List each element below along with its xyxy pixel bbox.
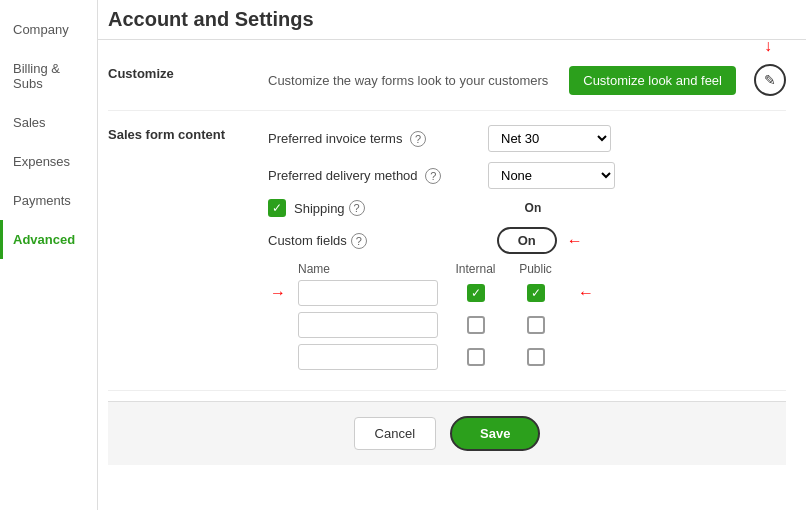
field-internal-checkbox-3[interactable] — [467, 348, 485, 366]
sidebar-item-billing[interactable]: Billing & Subs — [0, 49, 97, 103]
sidebar: Company Billing & Subs Sales Expenses Pa… — [0, 0, 98, 510]
field-public-checkbox-2[interactable] — [527, 316, 545, 334]
field-name-input-2[interactable] — [298, 312, 438, 338]
customize-label: Customize — [108, 64, 268, 81]
field-internal-3 — [448, 348, 503, 366]
edit-icon-button[interactable]: ✎ ↓ — [754, 64, 786, 96]
shipping-on-label: On — [525, 201, 542, 215]
public-column-header: Public — [513, 262, 558, 276]
custom-fields-label: Custom fields — [268, 233, 347, 248]
shipping-label: Shipping — [294, 201, 345, 216]
shipping-checkmark: ✓ — [272, 202, 282, 214]
table-row: → ✓ ✓ — [298, 280, 786, 306]
custom-fields-toggle[interactable]: On — [497, 227, 557, 254]
main-content: Account and Settings Customize Customize… — [98, 0, 806, 510]
page-title: Account and Settings — [98, 0, 806, 40]
shipping-help-icon[interactable]: ? — [349, 200, 365, 216]
field-public-3 — [513, 348, 558, 366]
sidebar-item-advanced[interactable]: Advanced — [0, 220, 97, 259]
delivery-method-help-icon[interactable]: ? — [425, 168, 441, 184]
field-name-input-3[interactable] — [298, 344, 438, 370]
invoice-terms-row: Preferred invoice terms ? Net 30 Net 15 … — [268, 125, 786, 152]
sidebar-item-company[interactable]: Company — [0, 10, 97, 49]
invoice-terms-dropdown-wrap: Net 30 Net 15 Net 60 Due on receipt — [488, 125, 611, 152]
field-name-input-1[interactable] — [298, 280, 438, 306]
table-row — [298, 312, 786, 338]
field-internal-checkbox-1[interactable]: ✓ — [467, 284, 485, 302]
annotation-arrow-edit: ↓ — [764, 38, 772, 54]
customize-description: Customize the way forms look to your cus… — [268, 73, 569, 88]
internal-column-header: Internal — [448, 262, 503, 276]
fields-table: Name Internal Public → ✓ — [298, 262, 786, 370]
field-public-checkbox-3[interactable] — [527, 348, 545, 366]
field-public-checkbox-1[interactable]: ✓ — [527, 284, 545, 302]
footer-bar: Cancel Save — [108, 401, 786, 465]
save-button[interactable]: Save — [450, 416, 540, 451]
annotation-arrow-row1-right: ← — [578, 284, 594, 302]
invoice-terms-help-icon[interactable]: ? — [410, 131, 426, 147]
shipping-row: ✓ Shipping ? On — [268, 199, 786, 217]
delivery-method-dropdown-wrap: None Email Print Email and Print — [488, 162, 615, 189]
delivery-method-select[interactable]: None Email Print Email and Print — [488, 162, 615, 189]
table-row — [298, 344, 786, 370]
sidebar-item-payments[interactable]: Payments — [0, 181, 97, 220]
edit-pencil-icon: ✎ — [764, 72, 776, 88]
shipping-checkbox[interactable]: ✓ — [268, 199, 286, 217]
sales-form-section: Sales form content Preferred invoice ter… — [108, 111, 786, 391]
custom-fields-section: Custom fields ? On ← Name — [268, 227, 786, 376]
sidebar-item-expenses[interactable]: Expenses — [0, 142, 97, 181]
field-internal-checkbox-2[interactable] — [467, 316, 485, 334]
field-internal-checkmark-1: ✓ — [471, 287, 481, 299]
sidebar-item-sales[interactable]: Sales — [0, 103, 97, 142]
custom-fields-label-row: Custom fields ? — [268, 233, 367, 249]
field-public-2 — [513, 316, 558, 334]
customize-look-button[interactable]: Customize look and feel — [569, 66, 736, 95]
cancel-button[interactable]: Cancel — [354, 417, 436, 450]
customize-content: Customize the way forms look to your cus… — [268, 64, 786, 96]
content-area: Customize Customize the way forms look t… — [98, 40, 806, 475]
delivery-method-label: Preferred delivery method ? — [268, 168, 488, 184]
annotation-arrow-row1: → — [270, 284, 286, 302]
customize-section: Customize Customize the way forms look t… — [108, 50, 786, 111]
custom-fields-toggle-area: On ← — [487, 227, 557, 254]
delivery-method-row: Preferred delivery method ? None Email P… — [268, 162, 786, 189]
invoice-terms-label: Preferred invoice terms ? — [268, 131, 488, 147]
name-column-header: Name — [298, 262, 438, 276]
fields-table-header: Name Internal Public — [298, 262, 786, 276]
sales-form-content: Preferred invoice terms ? Net 30 Net 15 … — [268, 125, 786, 376]
field-public-1: ✓ — [513, 284, 558, 302]
field-public-checkmark-1: ✓ — [531, 287, 541, 299]
sales-form-label: Sales form content — [108, 125, 268, 142]
annotation-arrow-toggle: ← — [567, 232, 583, 250]
customize-row: Customize the way forms look to your cus… — [268, 64, 786, 96]
field-internal-1: ✓ — [448, 284, 503, 302]
custom-fields-header: Custom fields ? On ← — [268, 227, 786, 254]
field-internal-2 — [448, 316, 503, 334]
invoice-terms-select[interactable]: Net 30 Net 15 Net 60 Due on receipt — [488, 125, 611, 152]
custom-fields-help-icon[interactable]: ? — [351, 233, 367, 249]
